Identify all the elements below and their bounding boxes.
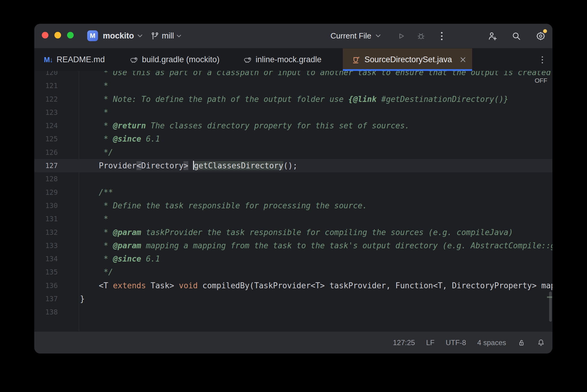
status-bar: 127:25 LF UTF-8 4 spaces xyxy=(34,331,552,354)
project-name-label: mockito xyxy=(103,31,134,41)
project-selector[interactable]: mockito xyxy=(103,24,143,48)
tab-inline-mock-gradle[interactable]: inline-mock.gradle xyxy=(234,48,343,71)
macos-close-button[interactable] xyxy=(42,32,48,38)
code-line[interactable]: * Use this as part of a classpath or inp… xyxy=(79,71,551,79)
code-line[interactable]: */ xyxy=(79,146,113,159)
code-line[interactable]: * xyxy=(79,106,108,119)
editor-row: 135 */ xyxy=(34,265,552,279)
line-number[interactable]: 133 xyxy=(34,239,79,252)
line-number[interactable]: 130 xyxy=(34,199,79,212)
code-line[interactable]: * @param mapping a mapping from the task… xyxy=(79,239,552,252)
code-line[interactable]: * @return The classes directory property… xyxy=(79,119,410,132)
line-number[interactable]: 128 xyxy=(34,172,79,185)
editor-row: 136 <T extends Task> void compiledBy(Tas… xyxy=(34,279,552,292)
code-line[interactable]: * @param taskProvider the task responsib… xyxy=(79,226,513,239)
search-everywhere-icon[interactable] xyxy=(509,29,523,43)
line-number[interactable]: 127 xyxy=(34,159,79,172)
line-number[interactable]: 132 xyxy=(34,226,79,239)
editor-row: 137} xyxy=(34,292,552,305)
gradle-file-icon xyxy=(243,55,252,64)
line-ending-widget[interactable]: LF xyxy=(426,338,435,347)
line-number[interactable]: 135 xyxy=(34,265,79,279)
code-line[interactable]: * xyxy=(79,212,108,225)
code-line[interactable]: */ xyxy=(79,265,113,279)
caret-position-widget[interactable]: 127:25 xyxy=(393,338,415,347)
editor-row: 132 * @param taskProvider the task respo… xyxy=(34,226,552,239)
editor-row: 129 /** xyxy=(34,186,552,199)
unlocked-padlock-icon[interactable] xyxy=(517,338,526,347)
line-number[interactable]: 125 xyxy=(34,132,79,145)
line-number[interactable]: 121 xyxy=(34,79,79,92)
editor-row: 122 * Note: To define the path of the ou… xyxy=(34,93,552,106)
markdown-file-icon: M↓ xyxy=(44,56,53,64)
line-number[interactable]: 129 xyxy=(34,186,79,199)
code-with-me-user-add-icon[interactable] xyxy=(486,29,499,43)
code-line[interactable]: * Note: To define the path of the output… xyxy=(79,93,508,106)
git-branch-icon xyxy=(150,32,159,41)
editor-row: 133 * @param mapping a mapping from the … xyxy=(34,239,552,252)
title-bar: M mockito mill Current File xyxy=(34,24,552,48)
editor-row: 134 * @since 6.1 xyxy=(34,252,552,265)
tab-build-gradle[interactable]: build.gradle (mockito) xyxy=(120,48,234,71)
editor-row: 121 * xyxy=(34,79,552,92)
encoding-widget[interactable]: UTF-8 xyxy=(446,338,466,347)
tab-close-icon[interactable] xyxy=(460,57,466,62)
scrollbar-marker xyxy=(547,296,552,298)
run-configuration-selector[interactable]: Current File xyxy=(330,24,381,48)
vertical-scrollbar-thumb[interactable] xyxy=(549,292,552,322)
code-line[interactable] xyxy=(79,305,80,319)
editor-off-hint: OFF xyxy=(535,77,547,84)
code-line[interactable]: } xyxy=(79,292,85,305)
chevron-down-icon xyxy=(177,35,181,38)
editor-row: 127 Provider<Directory> getClassesDirect… xyxy=(34,159,552,172)
code-line[interactable]: /** xyxy=(79,186,113,199)
code-line[interactable]: <T extends Task> void compiledBy(TaskPro… xyxy=(79,279,552,292)
ide-window: M mockito mill Current File xyxy=(34,24,552,354)
macos-minimize-button[interactable] xyxy=(54,32,61,38)
editor-row: 138 xyxy=(34,305,552,319)
branch-name-label: mill xyxy=(162,31,174,41)
project-icon: M xyxy=(87,30,98,41)
code-line[interactable]: Provider<Directory> getClassesDirectory(… xyxy=(79,159,297,172)
line-number[interactable]: 137 xyxy=(34,292,79,305)
line-number[interactable]: 124 xyxy=(34,119,79,132)
editor-row: 123 * xyxy=(34,106,552,119)
editor-row: 131 * xyxy=(34,212,552,225)
tab-sourcedirectoryset-java[interactable]: SourceDirectorySet.java xyxy=(343,48,472,71)
tab-label: README.md xyxy=(57,55,105,64)
editor-rows: 120 * Use this as part of a classpath or… xyxy=(34,71,552,319)
code-line[interactable]: * Define the task responsible for proces… xyxy=(79,199,367,212)
line-number[interactable]: 136 xyxy=(34,279,79,292)
line-number[interactable]: 120 xyxy=(34,71,79,79)
indent-widget[interactable]: 4 spaces xyxy=(477,338,506,347)
editor-row: 128 xyxy=(34,172,552,185)
line-number[interactable]: 126 xyxy=(34,146,79,159)
line-number[interactable]: 122 xyxy=(34,93,79,106)
settings-gear-icon[interactable] xyxy=(534,29,548,43)
line-number[interactable]: 138 xyxy=(34,305,79,319)
java-class-cup-icon xyxy=(352,55,361,64)
editor-row: 125 * @since 6.1 xyxy=(34,132,552,145)
code-line[interactable] xyxy=(79,172,80,185)
editor-row: 126 */ xyxy=(34,146,552,159)
debug-button[interactable] xyxy=(414,29,428,43)
run-button[interactable] xyxy=(394,29,408,43)
code-line[interactable]: * @since 6.1 xyxy=(79,132,160,145)
code-line[interactable]: * @since 6.1 xyxy=(79,252,160,265)
editor-row: 120 * Use this as part of a classpath or… xyxy=(34,71,552,79)
tab-list-kebab-icon[interactable] xyxy=(535,53,549,67)
vcs-branch-selector[interactable]: mill xyxy=(150,24,181,48)
line-number[interactable]: 131 xyxy=(34,212,79,225)
macos-zoom-button[interactable] xyxy=(67,32,74,38)
run-config-label: Current File xyxy=(330,31,371,41)
notifications-bell-icon[interactable] xyxy=(537,338,545,347)
chevron-down-icon xyxy=(376,34,381,38)
line-number[interactable]: 134 xyxy=(34,252,79,265)
more-actions-kebab-icon[interactable] xyxy=(435,29,449,43)
line-number[interactable]: 123 xyxy=(34,106,79,119)
code-editor[interactable]: 120 * Use this as part of a classpath or… xyxy=(34,71,552,331)
code-line[interactable]: * xyxy=(79,79,108,92)
gradle-file-icon xyxy=(129,55,138,64)
settings-notification-badge xyxy=(543,29,547,33)
tab-readme-md[interactable]: M↓ README.md xyxy=(35,48,120,71)
